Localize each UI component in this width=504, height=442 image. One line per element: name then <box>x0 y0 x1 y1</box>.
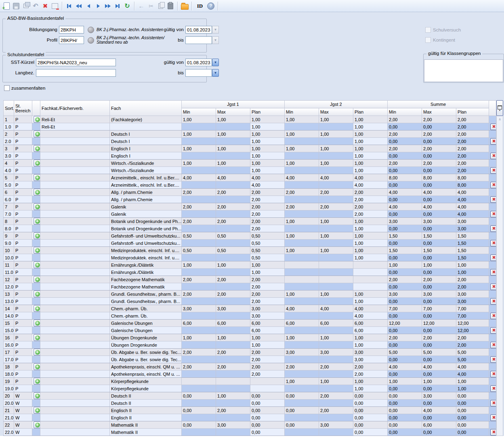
cell-j2-min[interactable]: 1,00 <box>285 218 319 225</box>
cell-j2-plan[interactable]: 1,00 <box>353 298 388 305</box>
cell-j2-max[interactable]: 1,00 <box>319 232 353 240</box>
delete-row-button[interactable]: ✖ <box>490 429 496 436</box>
cell-j1-plan[interactable]: 0,00 <box>250 421 285 429</box>
add-subject-button[interactable]: + <box>34 130 40 137</box>
cell-j2-plan[interactable]: 3,00 <box>353 349 388 356</box>
cell-j1-min[interactable]: 1,00 <box>182 334 216 341</box>
cell-sum-min[interactable]: 3,00 <box>388 218 422 225</box>
cell-sum-min[interactable]: 2,00 <box>388 116 422 123</box>
cell-sum-max[interactable]: 2,00 <box>422 116 456 123</box>
cell-sum-max[interactable]: 3,00 <box>422 290 456 298</box>
cell-j2-max[interactable]: 1,00 <box>319 378 353 385</box>
schul-gueltig-von-field[interactable] <box>185 59 212 66</box>
cell-j2-plan[interactable]: 1,00 <box>353 130 388 138</box>
cell-j2-plan[interactable]: 1,00 <box>353 290 388 298</box>
cell-j1-max[interactable]: 2,00 <box>216 349 250 356</box>
add-subject-button[interactable]: + <box>34 218 40 225</box>
delete-row-button[interactable]: ✖ <box>490 371 496 377</box>
cell-j1-min[interactable]: 1,00 <box>182 130 216 138</box>
cell-sum-min[interactable]: 4,00 <box>388 363 422 370</box>
nav-back-button[interactable] <box>84 1 93 11</box>
cell-j1-max[interactable]: 6,00 <box>216 320 250 327</box>
add-subject-button[interactable]: + <box>34 145 40 152</box>
group-header-3[interactable]: Summe <box>388 101 489 108</box>
group-header-1[interactable]: Jgst 1 <box>182 101 285 108</box>
cell-j1-min[interactable]: 0,00 <box>182 407 216 414</box>
cell-j2-min[interactable]: 0,00 <box>285 407 319 414</box>
cell-j1-plan[interactable]: 1,00 <box>250 261 285 269</box>
cell-j1-plan[interactable]: 2,00 <box>250 218 285 225</box>
cell-j1-min[interactable]: 0,00 <box>182 421 216 429</box>
cell-j2-max[interactable]: 1,00 <box>319 160 353 167</box>
cell-j2-plan[interactable]: 1,00 <box>353 145 388 152</box>
cell-j1-max[interactable]: 2,00 <box>216 290 250 298</box>
cell-sum-max[interactable]: 2,00 <box>422 334 456 341</box>
cell-sum-max[interactable]: 5,00 <box>422 349 456 356</box>
column-header-fachkat[interactable]: Fachkat./Fächerverb. <box>40 101 110 116</box>
delete-row-button[interactable]: ✖ <box>490 342 496 348</box>
cell-sum-plan[interactable]: 5,00 <box>456 349 489 356</box>
cell-j2-plan[interactable]: 0,00 <box>353 414 388 421</box>
cell-sum-plan[interactable]: 0,00 <box>456 407 489 414</box>
column-header-min-2[interactable]: Min <box>285 108 319 116</box>
cell-j1-plan[interactable]: 1,00 <box>250 334 285 341</box>
cell-j1-plan[interactable]: 2,00 <box>250 290 285 298</box>
cell-sum-plan[interactable]: 1,50 <box>456 247 489 254</box>
cell-sum-max[interactable]: 6,00 <box>422 421 456 429</box>
cell-sum-min[interactable]: 0,00 <box>388 392 422 400</box>
cell-j2-min[interactable]: 1,00 <box>285 232 319 240</box>
cell-j1-max[interactable]: 1,00 <box>216 160 250 167</box>
profil-field[interactable] <box>59 36 84 44</box>
cell-j2-max[interactable]: 1,00 <box>319 130 353 138</box>
column-header-min-1[interactable]: Min <box>182 108 216 116</box>
cell-sum-min[interactable]: 0,00 <box>388 421 422 429</box>
cell-j2-min[interactable]: 3,00 <box>285 349 319 356</box>
cell-j1-min[interactable]: 2,00 <box>182 290 216 298</box>
cell-j2-min[interactable]: 1,00 <box>285 378 319 385</box>
cell-j1-min[interactable] <box>182 378 216 385</box>
cell-j2-min[interactable]: 0,00 <box>285 392 319 400</box>
cell-j2-plan[interactable]: 4,00 <box>353 312 388 320</box>
cell-j1-plan[interactable]: 0,00 <box>250 407 285 414</box>
delete-row-button[interactable]: ✖ <box>490 153 496 159</box>
column-header-max-1[interactable]: Max <box>216 108 250 116</box>
bildungsgang-field[interactable] <box>59 26 84 34</box>
cell-j2-min[interactable]: 1,00 <box>285 247 319 254</box>
cell-sum-plan[interactable]: 1,50 <box>456 232 489 240</box>
cell-j1-plan[interactable]: 2,00 <box>250 370 285 378</box>
delete-record-button[interactable]: ✖ <box>40 1 50 11</box>
cell-j2-plan[interactable] <box>353 269 388 276</box>
refresh-button[interactable]: ↻ <box>122 1 132 11</box>
add-subject-button[interactable]: + <box>34 392 40 399</box>
cell-sum-plan[interactable]: 2,00 <box>456 116 489 123</box>
cell-j2-max[interactable]: 1,00 <box>319 334 353 341</box>
cell-j2-min[interactable]: 1,00 <box>285 130 319 138</box>
delete-row-button[interactable]: ✖ <box>490 255 496 261</box>
cell-j2-min[interactable]: 4,00 <box>285 174 319 181</box>
cell-j1-min[interactable]: 2,00 <box>182 218 216 225</box>
cell-sum-min[interactable]: 2,00 <box>388 160 422 167</box>
delete-row-button[interactable]: ✖ <box>490 196 496 203</box>
zusammenfalten-checkbox[interactable] <box>4 85 10 91</box>
add-subject-button[interactable]: + <box>34 407 40 414</box>
cell-j2-plan[interactable]: 1,00 <box>353 218 388 225</box>
cell-j2-min[interactable]: 6,00 <box>285 320 319 327</box>
cell-j2-plan[interactable]: 1,00 <box>353 247 388 254</box>
cell-sum-min[interactable]: 2,00 <box>388 130 422 138</box>
cell-j1-plan[interactable]: 2,00 <box>250 203 285 210</box>
cell-j1-max[interactable]: 4,00 <box>216 174 250 181</box>
cell-j2-min[interactable] <box>285 261 319 269</box>
cell-j1-plan[interactable]: 1,00 <box>250 167 285 174</box>
cell-j2-plan[interactable]: 6,00 <box>353 327 388 334</box>
add-subject-button[interactable]: + <box>34 290 40 297</box>
cell-sum-min[interactable]: 1,50 <box>388 232 422 240</box>
add-subject-button[interactable]: + <box>34 203 40 210</box>
cell-j2-plan[interactable]: 1,00 <box>353 232 388 240</box>
add-subject-button[interactable]: + <box>34 247 40 254</box>
cell-j1-min[interactable]: 0,50 <box>182 247 216 254</box>
cell-j2-plan[interactable]: 1,00 <box>353 378 388 385</box>
cell-sum-plan[interactable]: 2,00 <box>456 160 489 167</box>
cell-j1-plan[interactable] <box>250 378 285 385</box>
cell-j2-max[interactable]: 6,00 <box>319 320 353 327</box>
cell-sum-max[interactable]: 4,00 <box>422 203 456 210</box>
